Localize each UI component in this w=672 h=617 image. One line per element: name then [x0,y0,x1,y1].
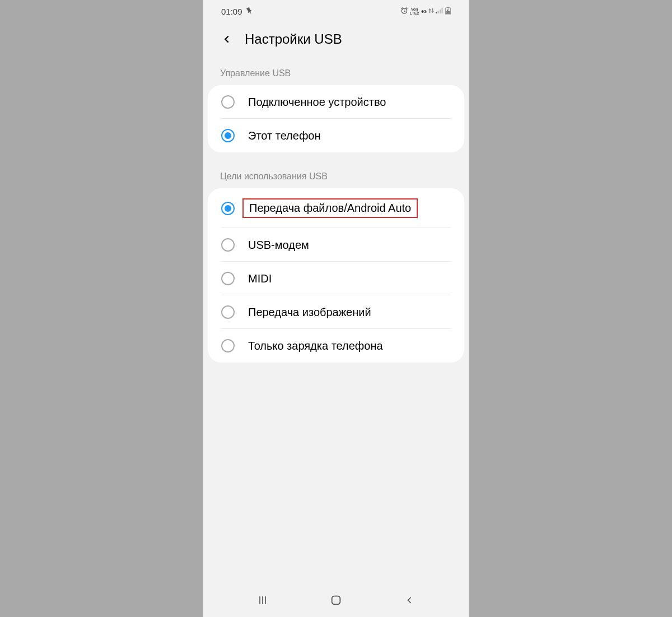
network-text: 4G [421,10,427,13]
option-label: Передача изображений [248,306,371,319]
data-arrows-icon [428,7,434,15]
option-label: Этот телефон [248,129,321,142]
home-icon [330,594,342,606]
phone-screen: 01:09 VoI)LTE2 4G [203,0,469,617]
svg-rect-3 [442,8,443,13]
option-label: MIDI [248,272,272,285]
signal-icon [436,7,444,15]
radio-icon [221,129,235,142]
option-label: Передача файлов/Android Auto [242,198,418,218]
radio-icon [221,339,235,352]
purpose-card: Передача файлов/Android Auto USB-модем M… [208,188,464,363]
radio-icon [221,305,235,319]
option-label: Только зарядка телефона [248,340,383,352]
back-button[interactable] [220,33,234,46]
status-left: 01:09 [221,7,254,16]
svg-rect-10 [332,596,340,605]
option-file-transfer[interactable]: Передача файлов/Android Auto [208,188,464,228]
radio-icon [221,202,235,215]
svg-rect-2 [440,10,441,13]
recents-icon [257,595,268,606]
section-label-control: Управление USB [203,61,469,85]
option-connected-device[interactable]: Подключенное устройство [208,85,464,119]
svg-rect-0 [436,12,437,13]
control-card: Подключенное устройство Этот телефон [208,85,464,152]
back-nav-button[interactable] [401,592,418,609]
navigation-bar [203,583,469,617]
option-image-transfer[interactable]: Передача изображений [208,295,464,329]
svg-rect-1 [438,11,439,13]
page-title: Настройки USB [245,31,342,47]
option-midi[interactable]: MIDI [208,262,464,295]
radio-icon [221,272,235,285]
option-charging-only[interactable]: Только зарядка телефона [208,329,464,363]
time-text: 01:09 [221,7,242,16]
volte-text: VoI)LTE2 [410,7,419,15]
back-icon [404,595,415,606]
option-label: USB-модем [248,239,309,252]
radio-icon [221,238,235,252]
status-right: VoI)LTE2 4G [400,7,451,16]
radio-icon [221,95,235,109]
recents-button[interactable] [254,592,271,609]
option-usb-modem[interactable]: USB-модем [208,228,464,262]
battery-icon [445,7,451,16]
pin-icon [244,5,255,17]
page-header: Настройки USB [203,22,469,61]
option-this-phone[interactable]: Этот телефон [208,119,464,152]
section-label-purpose: Цели использования USB [203,164,469,188]
option-label: Подключенное устройство [248,96,386,109]
status-bar: 01:09 VoI)LTE2 4G [203,0,469,22]
home-button[interactable] [328,592,344,609]
chevron-left-icon [221,33,233,45]
alarm-icon [400,7,408,16]
